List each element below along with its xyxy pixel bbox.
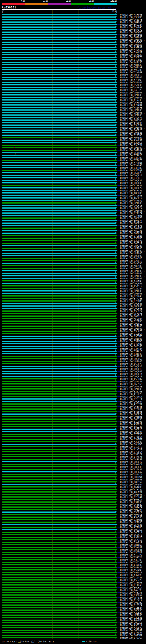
alignment-bar[interactable]	[2, 456, 116, 457]
alignment-bar[interactable]	[2, 552, 116, 553]
alignment-bar[interactable]	[2, 383, 116, 384]
alignment-bar[interactable]	[2, 94, 116, 96]
alignment-bar[interactable]	[2, 441, 116, 442]
alignment-bar[interactable]	[2, 572, 116, 573]
alignment-bar[interactable]	[2, 328, 116, 329]
alignment-bar[interactable]	[2, 268, 116, 269]
alignment-bar[interactable]	[2, 92, 116, 93]
alignment-bar[interactable]	[2, 165, 116, 166]
alignment-bar[interactable]	[2, 564, 116, 566]
alignment-bar[interactable]	[2, 228, 116, 229]
alignment-bar[interactable]	[2, 296, 116, 296]
alignment-bar[interactable]	[2, 381, 116, 382]
alignment-bar[interactable]	[2, 358, 116, 359]
alignment-bar[interactable]	[2, 195, 116, 196]
alignment-bar[interactable]	[2, 190, 116, 191]
alignment-bar[interactable]	[2, 124, 116, 126]
alignment-bar[interactable]	[2, 127, 116, 128]
alignment-bar[interactable]	[2, 245, 116, 246]
alignment-bar[interactable]	[2, 36, 116, 38]
alignment-bar[interactable]	[2, 258, 116, 259]
alignment-bar[interactable]	[2, 49, 116, 50]
alignment-bar[interactable]	[2, 373, 116, 374]
alignment-bar[interactable]	[2, 542, 116, 543]
alignment-bar[interactable]	[2, 630, 116, 631]
alignment-bar[interactable]	[2, 122, 116, 123]
alignment-bar[interactable]	[2, 273, 116, 274]
alignment-bar[interactable]	[2, 398, 116, 400]
alignment-bar[interactable]	[2, 449, 116, 450]
alignment-bar[interactable]	[2, 512, 116, 513]
alignment-bar[interactable]	[2, 298, 116, 299]
alignment-bar[interactable]	[2, 57, 116, 58]
alignment-bar[interactable]	[2, 421, 116, 422]
alignment-bar[interactable]	[2, 157, 116, 158]
alignment-bar[interactable]	[2, 77, 116, 78]
alignment-bar[interactable]	[2, 104, 116, 106]
alignment-bar[interactable]	[2, 617, 116, 618]
alignment-bar[interactable]	[2, 308, 116, 309]
alignment-bar[interactable]	[2, 323, 116, 324]
alignment-bar[interactable]	[2, 54, 116, 55]
alignment-bar[interactable]	[2, 152, 116, 153]
alignment-bar[interactable]	[2, 303, 116, 304]
alignment-bar[interactable]	[2, 436, 116, 437]
alignment-bar[interactable]	[2, 592, 116, 593]
alignment-bar[interactable]	[2, 338, 116, 339]
alignment-bar[interactable]	[2, 582, 116, 583]
alignment-bar[interactable]	[2, 69, 116, 70]
alignment-bar[interactable]	[2, 144, 116, 146]
alignment-bar[interactable]	[2, 587, 116, 588]
alignment-bar[interactable]	[2, 426, 116, 427]
alignment-bar[interactable]	[2, 293, 116, 294]
alignment-bar[interactable]	[2, 16, 116, 18]
alignment-bar[interactable]	[2, 110, 116, 110]
alignment-bar[interactable]	[2, 534, 116, 535]
alignment-bar[interactable]	[2, 222, 116, 224]
alignment-bar[interactable]	[2, 356, 116, 357]
alignment-bar[interactable]	[2, 24, 116, 25]
alignment-bar[interactable]	[2, 526, 116, 528]
alignment-bar[interactable]	[2, 72, 116, 73]
alignment-bar[interactable]	[2, 494, 116, 495]
alignment-bar[interactable]	[2, 205, 116, 206]
alignment-bar[interactable]	[2, 627, 116, 628]
alignment-bar[interactable]	[2, 142, 116, 143]
alignment-bar[interactable]	[2, 579, 116, 580]
alignment-bar[interactable]	[2, 132, 116, 133]
alignment-bar[interactable]	[2, 600, 116, 600]
alignment-bar[interactable]	[2, 265, 116, 266]
alignment-bar[interactable]	[2, 408, 116, 410]
alignment-bar[interactable]	[2, 89, 116, 90]
alignment-bar[interactable]	[2, 32, 116, 33]
alignment-bar[interactable]	[2, 464, 116, 465]
alignment-bar[interactable]	[2, 290, 116, 292]
alignment-bar[interactable]	[2, 260, 116, 261]
alignment-bar[interactable]	[2, 348, 116, 349]
alignment-bar[interactable]	[2, 39, 116, 40]
alignment-bar[interactable]	[2, 394, 116, 394]
alignment-bar[interactable]	[2, 614, 116, 616]
alignment-bar[interactable]	[2, 418, 116, 420]
alignment-bar[interactable]	[2, 67, 116, 68]
alignment-bar[interactable]	[2, 366, 116, 367]
alignment-bar[interactable]	[2, 306, 116, 306]
alignment-bar[interactable]	[2, 486, 116, 488]
alignment-bar[interactable]	[2, 343, 116, 344]
alignment-bar[interactable]	[2, 506, 116, 508]
alignment-bar[interactable]	[2, 406, 116, 407]
alignment-bar[interactable]	[2, 202, 116, 204]
alignment-bar[interactable]	[2, 489, 116, 490]
alignment-bar[interactable]	[2, 182, 116, 184]
alignment-bar[interactable]	[2, 59, 116, 60]
alignment-bar[interactable]	[2, 612, 116, 613]
alignment-bar[interactable]	[2, 238, 116, 239]
alignment-bar[interactable]	[2, 288, 116, 289]
alignment-bar[interactable]	[2, 559, 116, 560]
alignment-bar[interactable]	[2, 150, 116, 151]
alignment-bar[interactable]	[2, 270, 116, 272]
alignment-bar[interactable]	[2, 620, 116, 621]
alignment-bar[interactable]	[2, 285, 116, 286]
alignment-bar[interactable]	[2, 562, 116, 563]
alignment-bar[interactable]	[2, 235, 116, 236]
